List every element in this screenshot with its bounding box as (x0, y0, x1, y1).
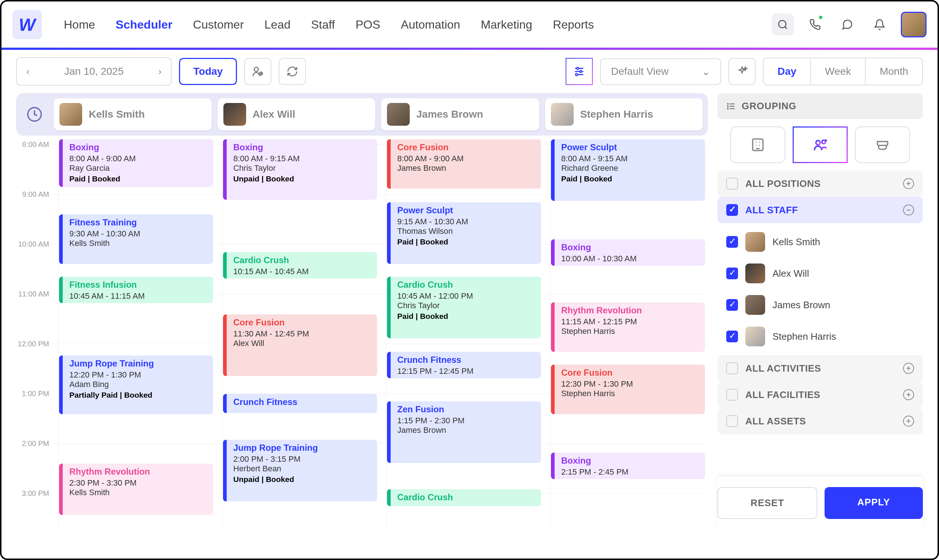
today-button[interactable]: Today (179, 58, 237, 85)
calendar-event[interactable]: Boxing8:00 AM - 9:15 AMChris TaylorUnpai… (223, 139, 377, 200)
svg-point-4 (577, 68, 579, 70)
event-person: Chris Taylor (397, 301, 537, 311)
filter-checkbox[interactable] (726, 415, 738, 427)
calendar-event[interactable]: Boxing8:00 AM - 9:00 AMRay GarciaPaid | … (59, 139, 213, 187)
filter-checkbox[interactable] (726, 389, 738, 401)
filter-row[interactable]: ALL ACTIVITIES+ (717, 355, 923, 382)
event-person: Kells Smith (69, 488, 209, 497)
staff-checkbox[interactable] (726, 299, 738, 311)
group-by-staff-icon[interactable] (793, 126, 848, 163)
staff-header[interactable]: Stephen Harris (545, 98, 703, 131)
calendar-event[interactable]: Core Fusion12:30 PM - 1:30 PMStephen Har… (551, 365, 705, 414)
calendar-event[interactable]: Boxing2:15 PM - 2:45 PM (551, 452, 705, 479)
search-icon[interactable] (772, 14, 794, 35)
nav-item-automation[interactable]: Automation (401, 18, 460, 32)
nav-item-customer[interactable]: Customer (193, 18, 244, 32)
calendar-event[interactable]: Cardio Crush10:45 AM - 12:00 PMChris Tay… (387, 277, 541, 338)
filter-checkbox[interactable] (726, 178, 738, 189)
group-by-facility-icon[interactable] (730, 126, 785, 163)
staff-checkbox[interactable] (726, 331, 738, 342)
calendar-event[interactable]: Fitness Training9:30 AM - 10:30 AMKells … (59, 214, 213, 264)
nav-item-home[interactable]: Home (64, 18, 95, 32)
nav-item-reports[interactable]: Reports (553, 18, 594, 32)
add-person-icon[interactable] (244, 58, 271, 85)
nav-item-scheduler[interactable]: Scheduler (116, 18, 173, 32)
whatsapp-icon[interactable] (836, 14, 858, 35)
staff-filter-row[interactable]: Stephen Harris (717, 321, 923, 352)
prev-date-button[interactable]: ‹ (17, 58, 39, 85)
event-title: Cardio Crush (397, 280, 537, 290)
range-tab-week[interactable]: Week (811, 58, 866, 85)
next-date-button[interactable]: › (149, 58, 171, 85)
filter-row[interactable]: ALL FACILITIES+ (717, 382, 923, 408)
filter-row[interactable]: ALL ASSETS+ (717, 408, 923, 434)
nav-item-pos[interactable]: POS (355, 18, 380, 32)
expand-icon[interactable]: + (903, 363, 914, 374)
calendar-event[interactable]: Cardio Crush (387, 489, 541, 506)
staff-header[interactable]: Alex Will (217, 98, 376, 131)
range-tab-month[interactable]: Month (866, 58, 922, 85)
collapse-icon[interactable]: − (903, 205, 914, 215)
staff-name: James Brown (416, 108, 483, 120)
svg-point-0 (779, 20, 786, 28)
event-title: Fitness Training (69, 217, 209, 228)
nav-item-staff[interactable]: Staff (311, 18, 335, 32)
calendar-event[interactable]: Crunch Fitness (223, 394, 377, 413)
group-by-asset-icon[interactable] (855, 126, 910, 163)
staff-name: Stephen Harris (580, 108, 653, 120)
reset-button[interactable]: RESET (717, 487, 817, 519)
event-time: 10:15 AM - 10:45 AM (233, 267, 373, 276)
sparkle-icon[interactable] (728, 58, 756, 85)
filter-row[interactable]: ALL STAFF− (717, 197, 923, 223)
calendar-header: Kells SmithAlex WillJames BrownStephen H… (16, 93, 708, 135)
calendar-event[interactable]: Zen Fusion1:15 PM - 2:30 PMJames Brown (387, 401, 541, 463)
expand-icon[interactable]: + (903, 178, 914, 189)
day-column[interactable]: Power Sculpt8:00 AM - 9:15 AMRichard Gre… (550, 139, 708, 529)
calendar-event[interactable]: Power Sculpt9:15 AM - 10:30 AMThomas Wil… (387, 202, 541, 264)
calendar-event[interactable]: Rhythm Revolution2:30 PM - 3:30 PMKells … (59, 464, 213, 515)
staff-filter-row[interactable]: Alex Will (717, 258, 923, 289)
scheduler-toolbar: ‹ Jan 10, 2025 › Today Default View ⌄ Da… (2, 50, 937, 93)
calendar-event[interactable]: Power Sculpt8:00 AM - 9:15 AMRichard Gre… (551, 139, 705, 201)
calendar-event[interactable]: Boxing10:00 AM - 10:30 AM (551, 239, 705, 266)
event-title: Power Sculpt (561, 142, 701, 152)
view-dropdown[interactable]: Default View ⌄ (600, 58, 721, 85)
filter-checkbox[interactable] (726, 363, 738, 374)
calendar-event[interactable]: Cardio Crush10:15 AM - 10:45 AM (223, 252, 377, 278)
staff-header[interactable]: Kells Smith (54, 98, 212, 131)
event-title: Jump Rope Training (69, 358, 209, 369)
nav-item-lead[interactable]: Lead (264, 18, 290, 32)
day-column[interactable]: Core Fusion8:00 AM - 9:00 AMJames BrownP… (386, 139, 544, 529)
staff-filter-row[interactable]: Kells Smith (717, 226, 923, 258)
range-tab-day[interactable]: Day (764, 58, 811, 85)
user-avatar[interactable] (901, 12, 927, 37)
range-tabs: DayWeekMonth (763, 57, 923, 85)
calendar-event[interactable]: Core Fusion8:00 AM - 9:00 AMJames Brown (387, 139, 541, 189)
app-logo[interactable]: W (12, 10, 42, 39)
filter-checkbox[interactable] (726, 204, 738, 216)
filter-list: ALL POSITIONS+ALL STAFF−Kells SmithAlex … (717, 171, 923, 434)
calendar-event[interactable]: Jump Rope Training2:00 PM - 3:15 PMHerbe… (223, 440, 377, 502)
staff-checkbox[interactable] (726, 236, 738, 248)
expand-icon[interactable]: + (903, 415, 914, 426)
staff-header[interactable]: James Brown (381, 98, 539, 131)
refresh-icon[interactable] (279, 58, 306, 85)
staff-filter-row[interactable]: James Brown (717, 289, 923, 321)
day-column[interactable]: Boxing8:00 AM - 9:15 AMChris TaylorUnpai… (222, 139, 380, 529)
phone-icon[interactable] (804, 14, 826, 35)
current-date[interactable]: Jan 10, 2025 (39, 66, 149, 77)
expand-icon[interactable]: + (903, 389, 914, 400)
event-title: Crunch Fitness (397, 355, 537, 365)
nav-item-marketing[interactable]: Marketing (481, 18, 533, 32)
calendar-event[interactable]: Rhythm Revolution11:15 AM - 12:15 PMStep… (551, 302, 705, 352)
bell-icon[interactable] (868, 14, 891, 35)
day-column[interactable]: Boxing8:00 AM - 9:00 AMRay GarciaPaid | … (58, 139, 216, 529)
filter-row[interactable]: ALL POSITIONS+ (717, 171, 923, 197)
calendar-event[interactable]: Crunch Fitness12:15 PM - 12:45 PM (387, 352, 541, 378)
calendar-event[interactable]: Fitness Infusion10:45 AM - 11:15 AM (59, 277, 213, 303)
calendar-event[interactable]: Jump Rope Training12:20 PM - 1:30 PMAdam… (59, 355, 213, 414)
settings-filter-icon[interactable] (566, 58, 593, 85)
staff-checkbox[interactable] (726, 268, 738, 279)
apply-button[interactable]: APPLY (825, 487, 923, 519)
calendar-event[interactable]: Core Fusion11:30 AM - 12:45 PMAlex Will (223, 314, 377, 376)
